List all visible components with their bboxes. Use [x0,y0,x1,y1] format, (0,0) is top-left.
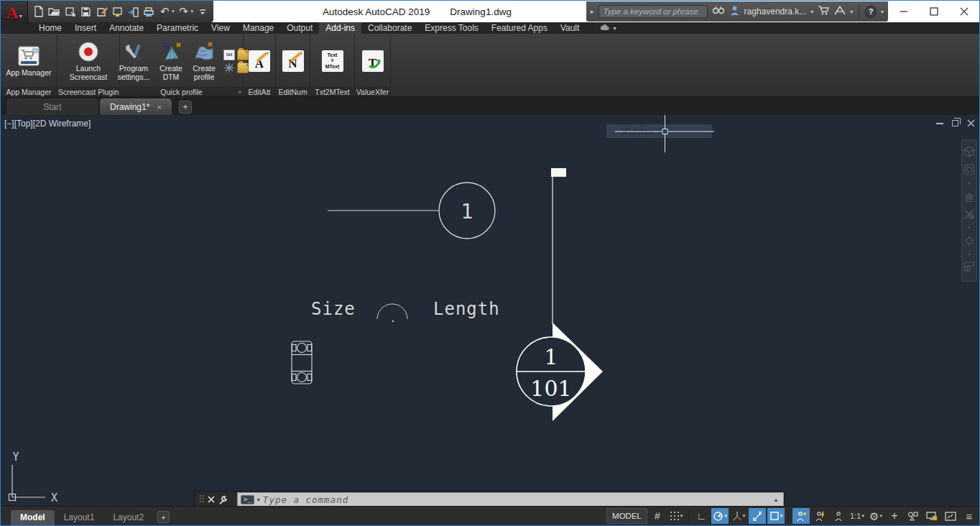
plot-button[interactable] [111,4,124,19]
object-snap-button[interactable]: ▾ [767,508,785,524]
tab-home[interactable]: Home [32,22,68,34]
panel-caption-editatt[interactable]: EditAtt [244,86,275,96]
arc-entity[interactable] [377,304,407,319]
infocenter-toggle-icon[interactable]: ▸ [591,8,594,15]
hardware-acceleration-button[interactable] [923,508,940,524]
qat-customize-button[interactable] [196,4,209,19]
help-caret-icon[interactable]: ▾ [881,9,884,15]
app-store-cart-icon[interactable] [818,5,830,18]
orbit-caret-icon[interactable]: ▾ [968,253,971,255]
tab-insert[interactable]: Insert [68,22,103,34]
callout-balloon-1[interactable]: 1 [328,183,495,239]
pan-hand-icon[interactable] [963,190,975,202]
command-bar-grip[interactable] [195,492,237,506]
scale-caret-icon[interactable]: ▾ [861,513,864,519]
save-to-web-button[interactable] [64,4,77,19]
txt2mtext-button[interactable]: Text ▼ MText [322,50,343,72]
osnap-caret-icon[interactable]: ▾ [780,513,783,519]
layout-tab-layout2[interactable]: Layout2 [103,510,153,525]
redo-caret-icon[interactable]: ▾ [191,9,194,14]
create-dtm-button[interactable]: 3D Create DTM [156,41,186,81]
panel-caption-editnum[interactable]: EditNum [276,86,310,96]
isometric-caret-icon[interactable]: ▾ [743,513,746,519]
folder-add-button[interactable]: + [237,63,249,73]
create-profile-button[interactable]: Create profile [189,41,219,81]
command-wrench-icon[interactable] [218,495,228,504]
panel-caption-app-manager[interactable]: App Manager [1,86,57,96]
drawing-restore-icon[interactable] [952,119,958,127]
showmotion-icon[interactable] [963,262,975,272]
save-as-button[interactable] [96,4,108,19]
point-entity[interactable] [392,320,394,322]
annotation-scale-button[interactable] [830,508,847,524]
launch-screencast-button[interactable]: Launch Screencast [63,41,114,81]
viewport-controls-label[interactable]: [−][Top][2D Wireframe] [4,119,91,129]
panel-caption-txt2mtext[interactable]: Txt2MText [310,86,354,96]
zoom-caret-icon[interactable]: ▾ [968,226,971,229]
workspace-switching-button[interactable]: ⚙ ▾ [867,508,884,524]
bearing-symbol[interactable] [292,341,312,384]
profile-500-doc-button[interactable]: 500 [223,50,235,60]
application-menu-button[interactable]: A ▾ [1,1,28,24]
snap-mode-button[interactable]: ▾ [667,508,685,524]
undo-caret-icon[interactable]: ▾ [172,9,175,14]
annotation-scale-value-button[interactable]: 1:1 ▾ [849,508,866,524]
connect-cloud-menu[interactable]: ▾ [593,22,622,34]
new-layout-button[interactable]: + [157,511,170,523]
file-tab-start[interactable]: Start [6,98,98,115]
app-manager-button[interactable]: App Manager [6,45,51,77]
layout-tab-layout1[interactable]: Layout1 [55,510,104,525]
annotation-monitor-button[interactable]: + [886,508,903,524]
drawing-minimize-icon[interactable] [936,119,943,127]
command-prompt-icon[interactable]: >_ [241,495,254,504]
panel-caption-screencast[interactable]: Screencast Plugin [57,86,119,96]
section-balloon[interactable]: 1 101 [517,168,603,421]
tab-annotate[interactable]: Annotate [103,22,150,34]
new-file-button[interactable] [32,4,45,19]
grid-display-button[interactable]: # [649,508,666,524]
autodesk-caret-icon[interactable]: ▾ [850,9,853,15]
tab-collaborate[interactable]: Collaborate [361,22,418,34]
transfer-button[interactable] [126,4,139,19]
annotation-autoscale-button[interactable] [811,508,828,524]
polar-tracking-button[interactable]: ▾ [711,508,729,524]
file-tab-drawing1[interactable]: Drawing1* × [100,98,172,115]
user-caret-icon[interactable]: ▾ [810,9,813,15]
redo-button[interactable]: ↷ [177,4,190,19]
length-text[interactable]: Length [433,299,500,319]
help-button[interactable]: ? [865,6,877,18]
editatt-button[interactable]: A [249,50,270,72]
new-drawing-tab-button[interactable]: + [179,101,192,114]
search-icon[interactable] [712,5,725,18]
tab-output[interactable]: Output [280,22,319,34]
undo-button[interactable]: ↶ [158,4,171,19]
panel-caption-valuexfer[interactable]: ValueXfer [355,86,390,96]
autodesk-logo-icon[interactable] [834,5,846,18]
file-tab-close-icon[interactable]: × [157,103,162,111]
recent-commands-caret-icon[interactable]: ▾ [257,497,260,503]
snap-caret-icon[interactable]: ▾ [680,513,683,519]
close-button[interactable] [949,1,979,22]
isometric-drafting-button[interactable]: ▾ [730,508,747,524]
annotation-visibility-button[interactable] [792,508,810,524]
program-settings-button[interactable]: Program settings... [114,41,153,81]
navigation-wheel-icon[interactable] [963,164,975,175]
size-text[interactable]: Size [311,299,356,319]
save-button[interactable] [80,4,93,19]
print-button[interactable] [142,4,155,19]
tab-featured-apps[interactable]: Featured Apps [485,22,554,34]
command-close-icon[interactable] [208,496,215,503]
maximize-button[interactable] [919,1,949,22]
layout-tab-model[interactable]: Model [11,510,55,525]
command-line-bar[interactable]: >_ ▾ ▴ [195,492,784,506]
panel-caption-quick-profile[interactable]: Quick profile » [120,86,243,96]
command-input[interactable] [263,494,780,505]
editnum-button[interactable]: N [282,50,304,72]
model-space-button[interactable]: MODEL [606,508,647,524]
workspace-caret-icon[interactable]: ▾ [879,513,882,519]
tab-manage[interactable]: Manage [236,22,280,34]
viewcube-icon[interactable] [963,146,975,157]
tab-view[interactable]: View [205,22,236,34]
isolate-objects-button[interactable] [905,508,922,524]
point-marker-button[interactable] [223,63,235,73]
